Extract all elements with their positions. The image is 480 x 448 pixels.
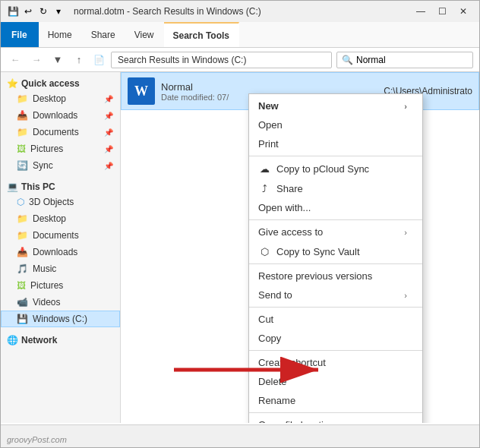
sidebar-item-pictures-pc[interactable]: 🖼 Pictures <box>1 277 120 294</box>
ctx-print[interactable]: Print <box>249 134 422 153</box>
redo-icon[interactable]: ↻ <box>37 5 49 17</box>
sidebar-item-downloads-qa[interactable]: 📥 Downloads 📌 <box>1 107 120 124</box>
back-button[interactable]: ← <box>7 52 24 68</box>
ctx-give-access-label: Give access to <box>258 226 323 238</box>
ctx-give-access[interactable]: Give access to › <box>249 222 422 241</box>
sidebar-item-music[interactable]: 🎵 Music <box>1 260 120 277</box>
ctx-open-file-location[interactable]: Open file location <box>249 415 422 423</box>
tab-view[interactable]: View <box>125 22 164 47</box>
network-header: 🌐 Network <box>1 332 120 347</box>
sidebar-item-desktop-qa[interactable]: 📁 Desktop 📌 <box>1 90 120 107</box>
ctx-restore-label: Restore previous versions <box>258 270 372 282</box>
sidebar-item-documents-pc[interactable]: 📁 Documents <box>1 227 120 244</box>
search-box: 🔍 <box>336 52 473 68</box>
this-pc-header: 💻 This PC <box>1 178 120 194</box>
sidebar-item-documents-qa[interactable]: 📁 Documents 📌 <box>1 124 120 140</box>
ctx-sep-2 <box>249 219 422 220</box>
sidebar-item-downloads-pc[interactable]: 📥 Downloads <box>1 244 120 260</box>
ctx-copy-pcloud[interactable]: ☁ Copy to pCloud Sync <box>249 159 422 178</box>
up-button[interactable]: ↑ <box>71 52 87 68</box>
folder-icon: 📁 <box>17 93 28 104</box>
recent-button[interactable]: ▼ <box>49 52 66 68</box>
drive-icon: 💾 <box>17 314 28 324</box>
ctx-copy-pcloud-left: ☁ Copy to pCloud Sync <box>258 162 369 175</box>
desktop-icon: 📁 <box>17 213 28 224</box>
star-icon: ⭐ <box>7 78 18 89</box>
title-bar: 💾 ↩ ↻ ▾ normal.dotm - Search Results in … <box>1 1 479 22</box>
tab-share[interactable]: Share <box>82 22 125 47</box>
ctx-share-label: Share <box>276 183 303 194</box>
ctx-new[interactable]: New › <box>249 96 422 115</box>
maximize-button[interactable]: ☐ <box>432 4 452 19</box>
ctx-open-file-location-label: Open file location <box>258 419 334 423</box>
address-bar: ← → ▼ ↑ 📄 Search Results in Windows (C:)… <box>1 48 479 72</box>
content-area: W Normal Date modified: 07/ C:\Users\Adm… <box>121 72 479 423</box>
word-icon-letter: W <box>134 84 148 99</box>
sidebar-item-pictures-qa[interactable]: 🖼 Pictures 📌 <box>1 140 120 157</box>
ctx-open-with[interactable]: Open with... <box>249 198 422 217</box>
file-icon: W <box>128 77 155 105</box>
search-icon: 🔍 <box>342 55 353 65</box>
address-path[interactable]: Search Results in Windows (C:) <box>111 52 332 68</box>
music-icon: 🎵 <box>17 263 28 274</box>
sync-icon: 🔄 <box>17 160 28 171</box>
documents-pc-icon: 📁 <box>17 230 28 241</box>
pin-icon-2: 📌 <box>104 112 113 120</box>
ctx-share-left: ⤴ Share <box>258 182 303 194</box>
forward-button[interactable]: → <box>28 52 45 68</box>
ctx-share[interactable]: ⤴ Share <box>249 178 422 198</box>
ctx-rename-label: Rename <box>258 395 295 406</box>
sidebar-item-videos[interactable]: 📹 Videos <box>1 294 120 311</box>
pictures-pc-icon: 🖼 <box>17 280 26 291</box>
tab-home[interactable]: Home <box>39 22 82 47</box>
search-input[interactable] <box>356 55 468 65</box>
ctx-copy[interactable]: Copy <box>249 329 422 348</box>
ctx-open[interactable]: Open <box>249 115 422 134</box>
ctx-copy-sync-label: Copy to Sync Vault <box>276 246 360 257</box>
path-separator: 📄 <box>92 55 106 65</box>
main-area: ⭐ Quick access 📁 Desktop 📌 📥 Downloads 📌… <box>1 72 479 423</box>
pin-icon-3: 📌 <box>104 128 113 137</box>
ctx-restore[interactable]: Restore previous versions <box>249 267 422 286</box>
close-button[interactable]: ✕ <box>453 4 473 19</box>
pictures-icon: 🖼 <box>17 144 26 154</box>
cloud-icon: ☁ <box>258 162 270 175</box>
ctx-send-to-label: Send to <box>258 289 292 301</box>
ctx-sep-1 <box>249 156 422 156</box>
sidebar-item-3dobjects[interactable]: ⬡ 3D Objects <box>1 194 120 210</box>
sidebar-item-sync-qa[interactable]: 🔄 Sync 📌 <box>1 157 120 174</box>
tab-file[interactable]: File <box>1 22 39 47</box>
arrow-svg <box>166 355 333 385</box>
branding: groovyPost.com <box>7 435 67 444</box>
ctx-sep-6 <box>249 412 422 413</box>
sidebar-item-windows-c[interactable]: 💾 Windows (C:) <box>1 311 120 327</box>
pin-icon-5: 📌 <box>104 162 113 170</box>
ctx-give-access-arrow: › <box>404 228 407 237</box>
tab-search[interactable]: Search Tools <box>164 22 239 47</box>
ctx-rename[interactable]: Rename <box>249 391 422 410</box>
ctx-copy-pcloud-label: Copy to pCloud Sync <box>276 163 369 175</box>
network-icon: 🌐 <box>7 335 18 345</box>
downloads-pc-icon: 📥 <box>17 247 28 257</box>
window-title: normal.dotm - Search Results in Windows … <box>74 6 261 17</box>
ctx-open-with-label: Open with... <box>258 202 311 213</box>
minimize-button[interactable]: — <box>411 4 431 19</box>
ctx-cut[interactable]: Cut <box>249 310 422 329</box>
search-tools-badge: Search Tools <box>173 30 229 41</box>
ctx-send-to[interactable]: Send to › <box>249 286 422 304</box>
status-bar: groovyPost.com <box>1 424 479 447</box>
window-controls: — ☐ ✕ <box>411 4 473 19</box>
title-bar-left: 💾 ↩ ↻ ▾ normal.dotm - Search Results in … <box>7 5 261 17</box>
ctx-copy-sync[interactable]: ⬡ Copy to Sync Vault <box>249 241 422 261</box>
quick-access-header: ⭐ Quick access <box>1 75 120 90</box>
file-name: Normal <box>161 81 377 93</box>
ctx-new-arrow: › <box>404 102 407 111</box>
undo-icon[interactable]: ↩ <box>22 5 34 17</box>
arrow-annotation <box>166 355 333 385</box>
ctx-cut-label: Cut <box>258 314 273 325</box>
share-icon: ⤴ <box>258 182 270 194</box>
save-icon[interactable]: 💾 <box>7 5 19 17</box>
sidebar-item-desktop-pc[interactable]: 📁 Desktop <box>1 210 120 227</box>
window: 💾 ↩ ↻ ▾ normal.dotm - Search Results in … <box>0 0 480 448</box>
dropdown-icon[interactable]: ▾ <box>52 5 65 17</box>
